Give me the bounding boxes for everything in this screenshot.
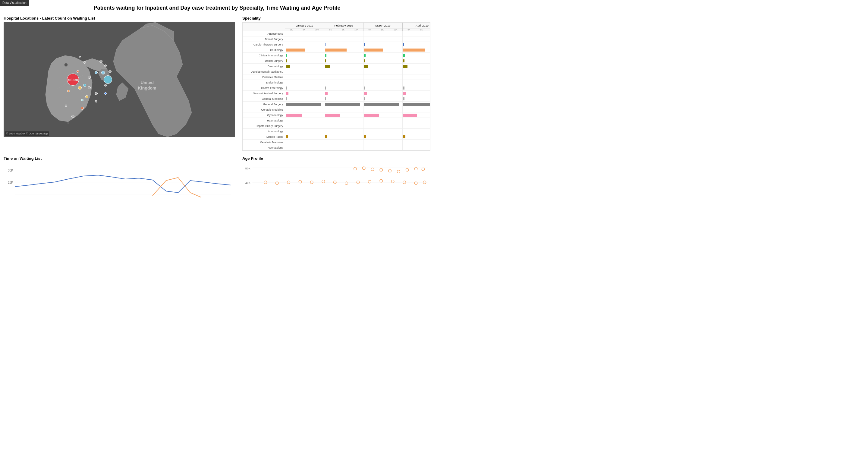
gantt-cell — [324, 101, 363, 107]
speciality-label: Immunology — [243, 129, 285, 134]
gantt-bar — [403, 43, 404, 46]
gantt-cell — [324, 134, 363, 140]
gantt-cell — [285, 140, 324, 145]
gantt-bar — [403, 59, 404, 62]
gantt-bar — [364, 87, 365, 90]
hospital-dot[interactable] — [104, 84, 107, 87]
hospital-dot[interactable] — [71, 115, 74, 118]
gantt-bar — [403, 49, 425, 52]
gantt-bar — [403, 65, 407, 68]
gantt-cell — [285, 64, 324, 69]
hospital-dot[interactable] — [104, 64, 107, 67]
hospital-dot[interactable] — [95, 100, 97, 102]
table-row — [285, 129, 430, 134]
gantt-cell — [285, 107, 324, 113]
gantt-data-area[interactable]: January 20190K5K10KFebruary 20190K5K10KM… — [285, 23, 430, 150]
gantt-cell — [285, 69, 324, 74]
speciality-chart[interactable]: AnaestheticsBreast SurgeryCardio-Thoraci… — [242, 22, 430, 151]
gantt-cell — [402, 74, 430, 80]
gantt-cell — [402, 145, 430, 150]
gantt-cell — [402, 53, 430, 58]
month-label: April 2019 — [403, 23, 430, 29]
hospital-dot[interactable] — [67, 73, 79, 86]
speciality-label: Gynaecology — [243, 113, 285, 118]
gantt-cell — [324, 69, 363, 74]
gantt-bar — [325, 114, 340, 117]
gantt-cell — [285, 123, 324, 129]
axis-tick-0k: 0K — [290, 29, 293, 31]
table-row — [285, 36, 430, 42]
hospital-dot[interactable] — [104, 75, 112, 84]
hospital-dot[interactable] — [81, 107, 84, 110]
gantt-bar — [364, 114, 379, 117]
gantt-cell — [363, 53, 402, 58]
hospital-dot[interactable] — [85, 95, 88, 98]
hospital-dot[interactable] — [99, 60, 102, 63]
hospital-dot[interactable] — [65, 104, 67, 107]
gantt-bar — [364, 59, 365, 62]
table-row — [285, 96, 430, 101]
speciality-label: Maxillo-Facial — [243, 134, 285, 140]
map-section-title: Hospital Locations - Latest Count on Wai… — [4, 16, 235, 21]
gantt-cell — [402, 64, 430, 69]
hospital-dot[interactable] — [67, 122, 69, 124]
speciality-label: Metabolic Medicine — [243, 140, 285, 145]
gantt-cell — [363, 91, 402, 96]
gantt-cell — [363, 64, 402, 69]
gantt-bar — [325, 87, 326, 90]
hospital-dot[interactable] — [104, 92, 107, 95]
gantt-cell — [402, 101, 430, 107]
gantt-cell — [324, 85, 363, 91]
hospital-dot[interactable] — [64, 63, 68, 67]
table-row — [285, 140, 430, 145]
gantt-cell — [363, 113, 402, 118]
gantt-cell — [324, 53, 363, 58]
gantt-cell — [363, 85, 402, 91]
table-row — [285, 47, 430, 53]
gantt-bar — [325, 135, 327, 138]
hospital-dot[interactable] — [84, 61, 86, 64]
speciality-section-title: Speciality — [242, 16, 430, 21]
gantt-cell — [324, 96, 363, 101]
hospital-dot[interactable] — [76, 70, 79, 73]
gantt-bar — [403, 114, 417, 117]
hospital-dot[interactable] — [79, 56, 81, 58]
hospital-dot[interactable] — [101, 71, 105, 74]
speciality-label: Dental Surgery — [243, 58, 285, 64]
gantt-bar — [286, 54, 287, 57]
gantt-cell — [363, 42, 402, 47]
hospital-dot[interactable] — [81, 99, 84, 101]
gantt-cell — [402, 107, 430, 113]
month-label: February 2019 — [324, 23, 363, 29]
gantt-cell — [285, 96, 324, 101]
hospital-dot[interactable] — [108, 70, 112, 73]
gantt-bar — [403, 103, 430, 106]
map-container[interactable]: UnitedKingdom Ireland © 2024 Mapbox © Op… — [4, 22, 235, 137]
speciality-label: Haematology — [243, 118, 285, 123]
axis-tick-10k: 10K — [315, 29, 319, 31]
table-row — [285, 145, 430, 150]
gantt-bar — [325, 43, 326, 46]
gantt-bar — [286, 92, 288, 95]
table-row — [285, 58, 430, 64]
gantt-cell — [402, 31, 430, 36]
axis-tick-10k: 10K — [354, 29, 358, 31]
gantt-bar — [403, 135, 405, 138]
svg-text:25K: 25K — [8, 181, 13, 184]
axis-tick-0k: 0K — [330, 29, 332, 31]
gantt-cell — [402, 91, 430, 96]
gantt-cell — [363, 123, 402, 129]
gantt-bar — [364, 103, 399, 106]
hospital-dot[interactable] — [78, 86, 82, 90]
gantt-bar — [364, 97, 365, 100]
page-title: Patients waiting for Inpatient and Day c… — [0, 0, 434, 13]
gantt-cell — [324, 58, 363, 64]
gantt-cell — [363, 69, 402, 74]
hospital-dot[interactable] — [83, 84, 86, 87]
hospital-dot[interactable] — [88, 76, 91, 79]
hospital-dot[interactable] — [67, 90, 70, 92]
hospital-dot[interactable] — [95, 92, 98, 95]
hospital-dot[interactable] — [95, 71, 98, 74]
hospital-dot[interactable] — [88, 86, 91, 89]
table-row — [285, 64, 430, 69]
